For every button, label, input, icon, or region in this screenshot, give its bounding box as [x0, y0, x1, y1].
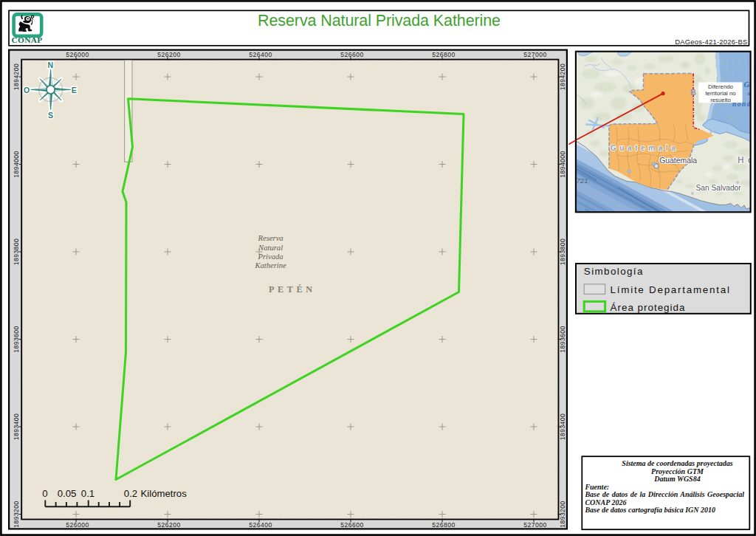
- svg-text:527000: 527000: [523, 521, 546, 529]
- svg-text:resuelto: resuelto: [710, 97, 731, 103]
- svg-text:526200: 526200: [157, 51, 180, 58]
- svg-text:526600: 526600: [340, 521, 363, 529]
- svg-text:1893800: 1893800: [559, 238, 566, 266]
- svg-text:E: E: [72, 86, 77, 95]
- svg-text:526600: 526600: [340, 51, 363, 58]
- svg-text:Kilómetros: Kilómetros: [141, 488, 188, 499]
- svg-text:Katherine: Katherine: [254, 261, 286, 269]
- svg-text:526800: 526800: [432, 51, 455, 58]
- svg-text:CONAP: CONAP: [12, 35, 43, 44]
- svg-text:Guatemala: Guatemala: [611, 144, 679, 152]
- svg-text:O: O: [24, 86, 30, 95]
- svg-text:526400: 526400: [249, 521, 272, 529]
- svg-text:Reserva: Reserva: [258, 234, 284, 242]
- svg-text:1893800: 1893800: [13, 238, 20, 266]
- svg-text:PETÉN: PETÉN: [269, 284, 316, 295]
- svg-text:1894000: 1894000: [13, 151, 20, 178]
- svg-text:Área protegida: Área protegida: [611, 302, 686, 313]
- svg-text:1893600: 1893600: [13, 326, 20, 353]
- svg-text:Base de datos cartografía bási: Base de datos cartografía básica IGN 201…: [584, 506, 715, 514]
- svg-text:Límite Departamental: Límite Departamental: [611, 284, 731, 295]
- svg-text:Fuente:: Fuente:: [584, 483, 609, 491]
- svg-text:Guatemala: Guatemala: [659, 157, 697, 165]
- svg-text:N: N: [48, 61, 54, 69]
- svg-text:527000: 527000: [523, 51, 546, 58]
- svg-text:Privada: Privada: [258, 252, 284, 261]
- svg-text:CONAP 2026: CONAP 2026: [585, 498, 626, 506]
- svg-text:DAGeos-421-2026-BS: DAGeos-421-2026-BS: [675, 38, 747, 46]
- svg-text:Diferendo: Diferendo: [708, 83, 733, 90]
- svg-text:territorial no: territorial no: [705, 90, 736, 97]
- svg-text:S: S: [48, 111, 53, 120]
- svg-text:1893400: 1893400: [559, 413, 566, 441]
- svg-text:Natural: Natural: [258, 244, 283, 252]
- svg-text:526000: 526000: [66, 51, 89, 58]
- svg-text:0.1: 0.1: [81, 488, 94, 499]
- svg-text:1894200: 1894200: [13, 63, 20, 91]
- svg-text:1893600: 1893600: [559, 326, 566, 353]
- svg-text:Datum WGS84: Datum WGS84: [653, 475, 700, 483]
- svg-text:San Salvador: San Salvador: [696, 184, 742, 192]
- svg-text:nond: nond: [732, 100, 752, 108]
- svg-text:1894200: 1894200: [559, 63, 566, 91]
- svg-text:526800: 526800: [432, 521, 455, 529]
- svg-text:526200: 526200: [157, 521, 180, 529]
- svg-text:526000: 526000: [66, 521, 89, 529]
- svg-text:Sistema de coordenadas proyect: Sistema de coordenadas proyectadas: [622, 459, 732, 467]
- svg-text:Simbología: Simbología: [584, 266, 644, 277]
- svg-text:1894000: 1894000: [559, 151, 566, 178]
- svg-text:B: B: [690, 88, 696, 97]
- svg-text:0.2: 0.2: [124, 488, 137, 499]
- svg-text:0: 0: [42, 488, 47, 499]
- svg-text:721: 721: [577, 176, 588, 185]
- svg-text:0.05: 0.05: [58, 488, 77, 499]
- svg-text:526400: 526400: [249, 51, 272, 58]
- svg-text:1893200: 1893200: [559, 501, 566, 528]
- svg-text:1893400: 1893400: [13, 413, 20, 441]
- svg-text:1893200: 1893200: [13, 501, 20, 528]
- svg-text:Base de datos de la Dirección: Base de datos de la Dirección Análisis G…: [584, 490, 744, 498]
- svg-text:Reserva Natural Privada Kather: Reserva Natural Privada Katherine: [258, 12, 501, 30]
- svg-text:Proyección GTM: Proyección GTM: [651, 467, 704, 475]
